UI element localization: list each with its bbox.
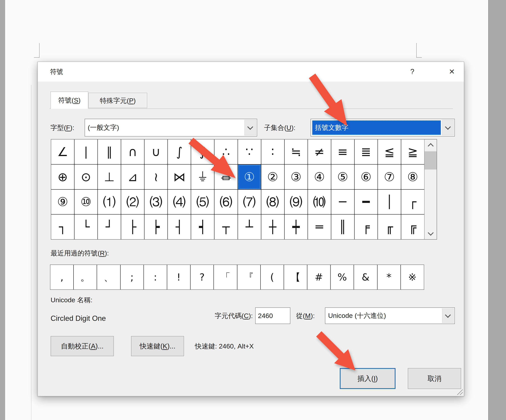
- symbol-cell[interactable]: ∩: [121, 139, 144, 164]
- symbol-cell[interactable]: ╒: [355, 215, 378, 239]
- symbol-cell[interactable]: 、: [97, 265, 120, 289]
- cancel-button[interactable]: 取消: [408, 368, 461, 389]
- symbol-cell[interactable]: ∮: [191, 139, 214, 164]
- symbol-cell[interactable]: ═: [308, 215, 331, 239]
- symbol-cell[interactable]: ┘: [98, 215, 121, 239]
- symbol-cell[interactable]: ┬: [214, 215, 237, 239]
- symbol-cell[interactable]: ⑼: [285, 190, 307, 214]
- symbol-cell[interactable]: ⑽: [308, 190, 331, 214]
- scroll-up-button[interactable]: [425, 139, 437, 151]
- symbol-cell[interactable]: ⊕: [51, 164, 74, 189]
- symbol-cell[interactable]: ⑺: [238, 190, 261, 214]
- symbol-cell[interactable]: *: [378, 265, 400, 289]
- symbol-cell[interactable]: 「: [214, 265, 237, 289]
- symbol-cell[interactable]: ⑩: [74, 190, 97, 214]
- close-icon[interactable]: ✕: [441, 62, 463, 82]
- symbol-cell[interactable]: ≧: [401, 139, 424, 164]
- symbol-cell[interactable]: ⑧: [401, 164, 424, 189]
- char-code-input[interactable]: 2460: [255, 307, 290, 324]
- symbol-cell[interactable]: ┼: [261, 215, 284, 239]
- symbol-cell[interactable]: ③: [285, 164, 307, 189]
- symbol-cell[interactable]: ≡: [331, 139, 354, 164]
- symbol-cell[interactable]: ║: [331, 215, 354, 239]
- symbol-cell[interactable]: ≦: [378, 139, 401, 164]
- font-dropdown-button[interactable]: [245, 120, 256, 135]
- symbol-cell[interactable]: ┝: [145, 215, 167, 239]
- symbol-cell[interactable]: 。: [74, 265, 97, 289]
- font-dropdown[interactable]: (一般文字): [85, 119, 257, 137]
- scroll-down-button[interactable]: [425, 228, 437, 239]
- subset-dropdown-button[interactable]: [442, 120, 454, 135]
- symbol-cell[interactable]: ━: [355, 190, 378, 214]
- symbol-cell[interactable]: ├: [121, 215, 144, 239]
- symbol-cell[interactable]: ╔: [401, 215, 424, 239]
- resize-grip[interactable]: [456, 388, 463, 395]
- symbol-cell[interactable]: ;: [120, 265, 144, 289]
- symbol-cell[interactable]: ≒: [285, 139, 307, 164]
- symbol-cell[interactable]: ②: [261, 164, 284, 189]
- symbol-cell[interactable]: ⑷: [168, 190, 191, 214]
- symbol-cell[interactable]: ⑶: [145, 190, 167, 214]
- symbol-cell[interactable]: !: [167, 265, 190, 289]
- symbol-cell[interactable]: │: [378, 190, 401, 214]
- symbol-cell[interactable]: ⊙: [74, 164, 97, 189]
- symbol-cell[interactable]: ⑴: [98, 190, 121, 214]
- symbol-cell[interactable]: ┌: [401, 190, 424, 214]
- symbol-cell[interactable]: ⑸: [191, 190, 214, 214]
- symbol-cell[interactable]: ⑻: [261, 190, 284, 214]
- symbol-cell[interactable]: 『: [237, 265, 260, 289]
- insert-button[interactable]: 插入(I): [340, 368, 395, 389]
- symbol-cell[interactable]: ⑦: [378, 164, 401, 189]
- symbol-cell[interactable]: ┥: [191, 215, 214, 239]
- scrollbar-thumb[interactable]: [425, 151, 437, 170]
- symbol-cell[interactable]: ⋈: [168, 164, 191, 189]
- symbol-cell[interactable]: ,: [50, 265, 73, 289]
- symbol-cell[interactable]: ─: [331, 190, 354, 214]
- symbol-cell[interactable]: ≀: [145, 164, 167, 189]
- symbol-cell[interactable]: 【: [284, 265, 307, 289]
- symbol-cell[interactable]: ┴: [238, 215, 261, 239]
- symbol-cell[interactable]: ∵: [238, 139, 261, 164]
- symbol-cell[interactable]: (: [261, 265, 284, 289]
- symbol-cell[interactable]: ∠: [51, 139, 74, 164]
- symbol-cell[interactable]: ┿: [285, 215, 307, 239]
- shortcut-key-button[interactable]: 快速鍵(K)...: [131, 336, 184, 356]
- symbol-cell[interactable]: ⑤: [331, 164, 354, 189]
- symbol-cell[interactable]: #: [307, 265, 330, 289]
- symbol-cell[interactable]: ≣: [355, 139, 378, 164]
- tab-special-characters[interactable]: 特殊字元(P): [88, 93, 147, 108]
- symbol-cell[interactable]: ∶: [261, 139, 284, 164]
- symbol-cell[interactable]: ∫: [168, 139, 191, 164]
- symbol-cell[interactable]: ⑨: [51, 190, 74, 214]
- symbol-cell[interactable]: ⏛: [214, 164, 237, 189]
- symbol-cell[interactable]: ⑵: [121, 190, 144, 214]
- help-icon[interactable]: ?: [403, 62, 421, 82]
- subset-dropdown[interactable]: 括號文數字: [311, 119, 455, 137]
- symbol-cell[interactable]: ⏚: [191, 164, 214, 189]
- symbol-cell[interactable]: ∪: [145, 139, 167, 164]
- symbol-cell[interactable]: └: [74, 215, 97, 239]
- symbol-cell[interactable]: ?: [191, 265, 213, 289]
- from-dropdown[interactable]: Unicode (十六進位): [325, 307, 455, 324]
- symbol-cell[interactable]: ⊿: [121, 164, 144, 189]
- symbol-cell[interactable]: ┐: [51, 215, 74, 239]
- symbol-cell[interactable]: ∣: [74, 139, 97, 164]
- symbol-cell[interactable]: %: [331, 265, 354, 289]
- from-dropdown-button[interactable]: [442, 308, 454, 323]
- symbol-cell[interactable]: :: [144, 265, 167, 289]
- symbol-grid-scrollbar[interactable]: [424, 139, 437, 239]
- symbol-cell[interactable]: ┤: [168, 215, 191, 239]
- symbol-cell[interactable]: ⊥: [98, 164, 121, 189]
- autocorrect-button[interactable]: 自動校正(A)...: [51, 336, 114, 356]
- symbol-cell[interactable]: &: [354, 265, 377, 289]
- symbol-cell-selected[interactable]: ①: [238, 164, 261, 189]
- symbol-cell[interactable]: ≠: [308, 139, 331, 164]
- symbol-cell[interactable]: ※: [401, 265, 424, 289]
- dialog-titlebar[interactable]: 符號 ? ✕: [38, 62, 464, 82]
- symbol-cell[interactable]: ∴: [214, 139, 237, 164]
- symbol-cell[interactable]: ⑥: [355, 164, 378, 189]
- symbol-cell[interactable]: ∥: [98, 139, 121, 164]
- symbol-cell[interactable]: ④: [308, 164, 331, 189]
- symbol-cell[interactable]: ⑹: [214, 190, 237, 214]
- tab-symbols[interactable]: 符號(S): [50, 92, 88, 109]
